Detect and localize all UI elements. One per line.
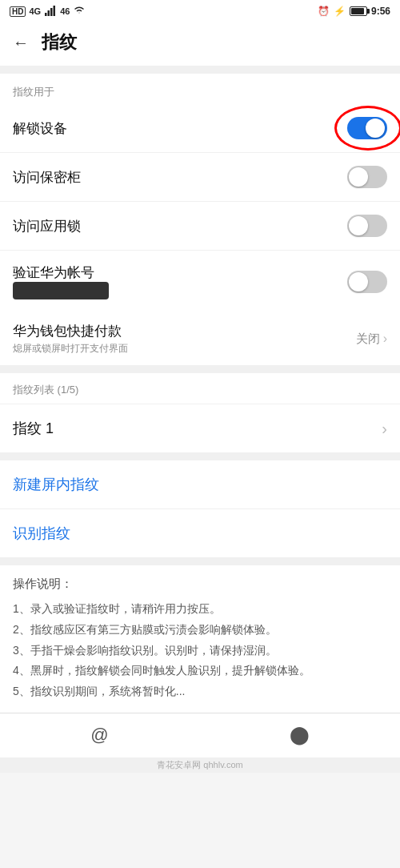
status-right: ⏰ ⚡ 9:56 <box>318 6 390 17</box>
fingerprint-item-1[interactable]: 指纹 1 › <box>0 404 400 452</box>
svg-rect-0 <box>45 13 47 16</box>
instructions-section: 操作说明： 1、录入或验证指纹时，请稍许用力按压。 2、指纹感应区有第三方贴膜或… <box>0 565 400 713</box>
bottom-nav: @ ⬤ <box>0 713 400 757</box>
signal-bars <box>44 5 57 18</box>
identify-fingerprint-item[interactable]: 识别指纹 <box>0 509 400 557</box>
toggle-app-lock[interactable] <box>347 215 387 237</box>
settings-group: 解锁设备 访问保密柜 访问应用锁 验证华为帐号 <box>0 104 400 312</box>
page-title: 指纹 <box>42 30 77 54</box>
instructions-title: 操作说明： <box>13 577 387 592</box>
setting-huawei-account[interactable]: 验证华为帐号 <box>0 251 400 312</box>
svg-rect-1 <box>48 10 50 16</box>
hd-badge: HD <box>10 6 26 17</box>
toggle-secure-vault[interactable] <box>347 166 387 188</box>
identify-fingerprint-link[interactable]: 识别指纹 <box>13 525 70 541</box>
svg-rect-2 <box>50 8 53 16</box>
toggle-thumb <box>366 119 385 138</box>
huawei-account-label: 验证华为帐号 <box>13 265 94 280</box>
alarm-icon: ⏰ <box>318 6 330 17</box>
wallet-item[interactable]: 华为钱包快捷付款 熄屏或锁屏时打开支付界面 关闭 › <box>0 312 400 365</box>
unlock-device-label: 解锁设备 <box>13 119 67 138</box>
instruction-3: 3、手指干燥会影响指纹识别。识别时，请保持湿润。 <box>13 641 387 661</box>
signal-4g-1: 4G <box>29 6 41 16</box>
toggle-unlock-device[interactable] <box>347 117 387 139</box>
instruction-1: 1、录入或验证指纹时，请稍许用力按压。 <box>13 600 387 619</box>
redacted-info <box>13 282 109 299</box>
nav-icon-at[interactable]: @ <box>90 725 108 745</box>
gap-1 <box>0 66 400 74</box>
fingerprint-1-label: 指纹 1 <box>13 419 54 438</box>
fingerprint-1-chevron: › <box>382 420 387 438</box>
battery-indicator <box>350 6 367 16</box>
time: 9:56 <box>371 6 390 17</box>
fingerprint-list-header: 指纹列表 (1/5) <box>0 373 400 404</box>
toggle-thumb-2 <box>349 167 368 187</box>
app-lock-label: 访问应用锁 <box>13 217 81 235</box>
gap-4 <box>0 557 400 565</box>
svg-rect-3 <box>54 6 56 16</box>
gap-3 <box>0 452 400 460</box>
setting-unlock-device[interactable]: 解锁设备 <box>0 104 400 153</box>
signal-4g-2: 46 <box>60 6 70 16</box>
section-label-fingerprint-use: 指纹用于 <box>0 74 400 104</box>
toggle-huawei-account[interactable] <box>347 271 387 293</box>
status-left: HD 4G 46 <box>10 5 86 18</box>
instruction-4: 4、黑屏时，指纹解锁会同时触发人脸识别，提升解锁体验。 <box>13 661 387 681</box>
wallet-label: 华为钱包快捷付款 <box>13 322 128 340</box>
gap-2 <box>0 365 400 373</box>
new-fingerprint-item[interactable]: 新建屏内指纹 <box>0 460 400 509</box>
wallet-chevron: › <box>383 332 387 346</box>
toggle-thumb-4 <box>349 272 368 291</box>
setting-app-lock[interactable]: 访问应用锁 <box>0 202 400 251</box>
watermark: 青花安卓网 qhhlv.com <box>0 757 400 773</box>
setting-secure-vault[interactable]: 访问保密柜 <box>0 153 400 202</box>
secure-vault-label: 访问保密柜 <box>13 168 81 187</box>
charging-icon: ⚡ <box>334 6 346 17</box>
instruction-2: 2、指纹感应区有第三方贴膜或污渍会影响解锁体验。 <box>13 621 387 640</box>
wallet-value: 关闭 <box>356 332 380 347</box>
nav-icon-circle[interactable]: ⬤ <box>290 725 310 745</box>
back-button[interactable]: ← <box>13 34 29 52</box>
instruction-5: 5、指纹识别期间，系统将暂时化... <box>13 682 387 701</box>
wifi-icon <box>73 6 86 17</box>
new-fingerprint-link[interactable]: 新建屏内指纹 <box>13 476 99 492</box>
status-bar: HD 4G 46 ⏰ ⚡ 9:56 <box>0 0 400 22</box>
wallet-sublabel: 熄屏或锁屏时打开支付界面 <box>13 342 128 356</box>
wallet-right: 关闭 › <box>356 332 387 347</box>
page-header: ← 指纹 <box>0 22 400 66</box>
toggle-thumb-3 <box>349 216 368 235</box>
